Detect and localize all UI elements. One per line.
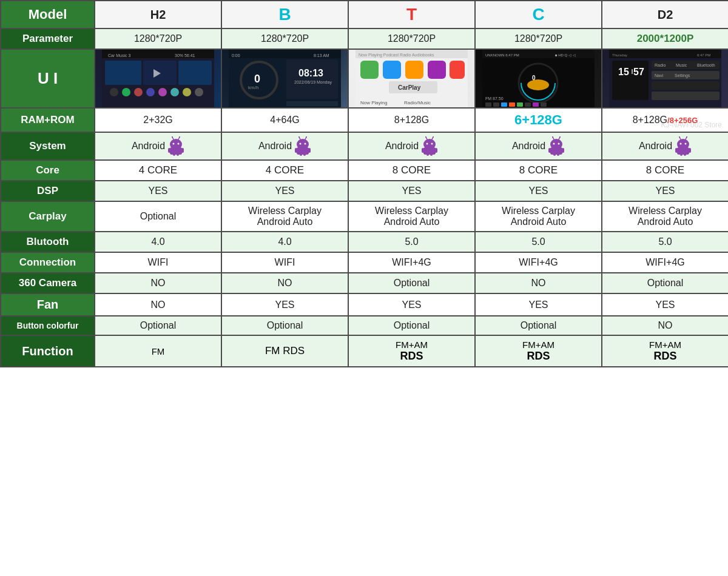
svg-text:Now Playing: Now Playing (360, 100, 387, 105)
svg-rect-114 (562, 148, 564, 153)
row-core: Core 4 CORE 4 CORE 8 CORE 8 CORE 8 CORE (1, 160, 728, 181)
svg-rect-104 (430, 153, 433, 156)
row-button: Button colorfur Optional Optional Option… (1, 316, 728, 335)
svg-point-132 (686, 136, 687, 138)
svg-text:Settings: Settings (675, 73, 690, 78)
svg-rect-31 (405, 61, 423, 79)
svg-text:Car Music 3: Car Music 3 (108, 53, 130, 58)
svg-point-119 (552, 136, 553, 138)
button-c: Optional (475, 316, 602, 335)
carplay-b-auto: Android Auto (257, 216, 313, 227)
core-label: Core (1, 160, 95, 181)
model-d2: D2 (602, 1, 728, 28)
svg-point-131 (679, 136, 680, 138)
svg-point-99 (431, 143, 433, 145)
ram-h2: 2+32G (95, 108, 221, 132)
function-c-line2: RDS (478, 350, 599, 363)
parameter-c: 1280*720P (475, 28, 602, 49)
svg-point-7 (134, 88, 143, 96)
system-d2-text: Android (639, 141, 672, 152)
svg-point-84 (179, 136, 180, 138)
ui-screen-t: CarPlay Now Playing Radio/Music Now Play… (349, 50, 474, 107)
svg-rect-89 (295, 148, 297, 153)
svg-text:8:13 AM: 8:13 AM (314, 53, 329, 58)
svg-text:Navi: Navi (655, 73, 663, 78)
carplay-t: Wireless Carplay Android Auto (348, 201, 475, 232)
row-connection: Connection WIFI WIFI WIFI+4G WIFI+4G WIF… (1, 252, 728, 273)
function-label: Function (1, 335, 95, 367)
svg-text:Bluetooth: Bluetooth (697, 63, 715, 67)
svg-rect-48 (485, 102, 491, 107)
connection-b: WIFI (221, 252, 348, 273)
svg-point-108 (433, 136, 434, 138)
row-parameter: Parameter 1280*720P 1280*720P 1280*720P … (1, 28, 728, 49)
connection-d2: WIFI+4G (602, 252, 728, 273)
button-d2: NO (602, 316, 728, 335)
dsp-c: YES (475, 181, 602, 201)
carplay-t-auto: Android Auto (384, 216, 440, 227)
bluetooth-d2: 5.0 (602, 232, 728, 252)
android-robot-t (421, 136, 438, 156)
svg-text:0:00: 0:00 (232, 53, 240, 58)
fan-d2: YES (602, 293, 728, 316)
model-h2: H2 (95, 1, 221, 28)
camera-d2: Optional (602, 273, 728, 293)
ui-screen-d2: 15 57 Radio Music Bluetooth Navi Setting… (602, 50, 728, 107)
svg-rect-54 (533, 102, 539, 107)
parameter-t: 1280*720P (348, 28, 475, 49)
svg-point-86 (300, 143, 302, 145)
button-label: Button colorfur (1, 316, 95, 335)
model-b: B (221, 1, 348, 28)
carplay-c: Wireless Carplay Android Auto (475, 201, 602, 232)
android-robot-d2 (675, 136, 692, 156)
system-label: System (1, 132, 95, 160)
carplay-c-wireless: Wireless Carplay (502, 206, 575, 216)
system-c: Android (475, 132, 602, 160)
svg-point-8 (146, 88, 155, 96)
svg-rect-30 (383, 61, 401, 79)
system-d2-cell: Android (605, 136, 726, 156)
parameter-h2: 1280*720P (95, 28, 221, 49)
system-c-text: Android (512, 141, 545, 152)
fan-b: YES (221, 293, 348, 316)
row-function: Function FM FM RDS FM+AM RDS FM+AM RDS F… (1, 335, 728, 367)
model-c: C (475, 1, 602, 28)
bluetooth-h2: 4.0 (95, 232, 221, 252)
connection-t: WIFI+4G (348, 252, 475, 273)
function-d2: FM+AM RDS (602, 335, 728, 367)
svg-rect-91 (300, 153, 302, 156)
svg-rect-103 (426, 153, 429, 156)
fan-label: Fan (1, 293, 95, 316)
svg-point-6 (122, 88, 130, 96)
connection-c: WIFI+4G (475, 252, 602, 273)
svg-rect-55 (541, 102, 547, 107)
svg-text:15: 15 (618, 67, 629, 77)
core-h2: 4 CORE (95, 160, 221, 181)
svg-rect-52 (517, 102, 523, 107)
fan-t: YES (348, 293, 475, 316)
ui-c: 0 FM 87.50 UNKNOWN 6:47 PM ■ HD Q ◁ ◁ (475, 49, 602, 108)
svg-point-95 (298, 136, 300, 138)
svg-rect-50 (501, 102, 507, 107)
dsp-h2: YES (95, 181, 221, 201)
svg-text:Radio/Music: Radio/Music (404, 100, 431, 105)
ram-b: 4+64G (221, 108, 348, 132)
ram-d2: 8+128G/8+256G KJ-NAVI 002 Store (602, 108, 728, 132)
svg-point-11 (183, 88, 191, 96)
svg-rect-80 (177, 153, 179, 156)
svg-point-83 (172, 136, 173, 138)
bluetooth-c: 5.0 (475, 232, 602, 252)
carplay-h2: Optional (95, 201, 221, 232)
bluetooth-label: Blutooth (1, 232, 95, 252)
svg-point-75 (178, 143, 180, 145)
svg-rect-64 (652, 81, 720, 90)
row-bluetooth: Blutooth 4.0 4.0 5.0 5.0 5.0 (1, 232, 728, 252)
svg-text:2022/06/19  Monday: 2022/06/19 Monday (294, 80, 332, 85)
ui-d2: 15 57 Radio Music Bluetooth Navi Setting… (602, 49, 728, 108)
system-t-cell: Android (351, 136, 472, 156)
svg-rect-126 (689, 148, 691, 153)
carplay-c-auto: Android Auto (511, 216, 567, 227)
svg-text:57: 57 (633, 67, 644, 77)
svg-rect-113 (548, 148, 551, 153)
system-t-text: Android (385, 141, 419, 152)
